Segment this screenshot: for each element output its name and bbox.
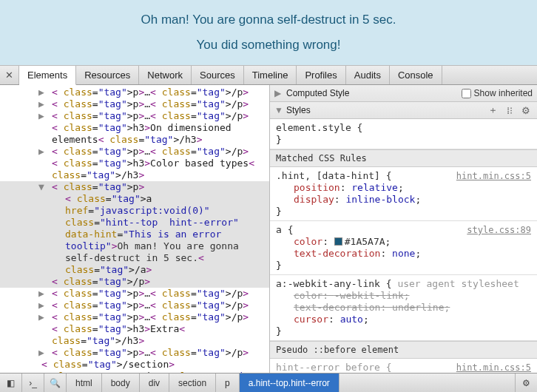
gear-icon[interactable]: ⚙ [519, 105, 533, 116]
tab-resources[interactable]: Resources [76, 66, 139, 84]
dom-node[interactable]: < class="tag">h3>Extra< class="tag">/h3> [0, 323, 269, 347]
close-devtools-icon[interactable]: ✕ [0, 66, 19, 84]
css-property[interactable]: cursor: auto; [276, 314, 531, 325]
rule-source-link[interactable]: hint.min.css:5 [456, 170, 531, 182]
dom-node[interactable]: ▶< class="tag">p>…< class="tag">/p> [0, 110, 269, 122]
color-swatch[interactable] [334, 237, 342, 246]
disclose-icon: ▶ [274, 88, 282, 98]
tab-profiles[interactable]: Profiles [297, 66, 345, 84]
css-property[interactable]: position: relative; [276, 182, 531, 194]
styles-section-header[interactable]: ▼ Styles ＋ ⁞⁝ ⚙ [270, 102, 537, 119]
dom-node[interactable]: < class="tag">/section> [0, 359, 269, 371]
disclose-icon: ▼ [274, 105, 282, 115]
rule-source-link[interactable]: hint.min.css:5 [456, 362, 531, 373]
crumb-div[interactable]: div [140, 374, 169, 392]
crumb-html[interactable]: html [67, 374, 102, 392]
computed-style-label: Computed Style [286, 88, 457, 98]
show-inherited-checkbox[interactable] [462, 89, 471, 98]
rule-pseudo-before[interactable]: hint.min.css:5 hint--error before { [270, 359, 537, 373]
rule-source-link[interactable]: style.css:89 [467, 224, 531, 236]
page-preview: Oh man! You are gonna self-destruct in 5… [0, 0, 537, 65]
footer-bar: ◧ ›_ 🔍 html body div section p a.hint--t… [0, 373, 537, 392]
computed-style-section[interactable]: ▶ Computed Style Show inherited [270, 85, 537, 102]
rule-selector[interactable]: element.style { [276, 122, 531, 134]
rule-source-ua: user agent stylesheet [397, 278, 519, 289]
tab-console[interactable]: Console [390, 66, 442, 84]
dom-node[interactable]: ▶< class="tag">p>…< class="tag">/p> [0, 300, 269, 311]
rule-selector[interactable]: a:-webkit-any-link { [276, 278, 392, 289]
css-property[interactable]: text-decoration: none; [276, 248, 531, 260]
matched-rules-header: Matched CSS Rules [270, 149, 537, 167]
dom-node[interactable]: ▶< class="tag">p>…< class="tag">/p> [0, 311, 269, 323]
rule-anchor[interactable]: style.css:89 a { color: #1A5A7A; text-de… [270, 221, 537, 275]
toggle-element-state-icon[interactable]: ⁞⁝ [504, 105, 515, 116]
dom-node[interactable]: < class="tag">/p> [0, 276, 269, 288]
css-property-overridden[interactable]: color: -webkit-link; [276, 290, 531, 302]
console-toggle-icon[interactable]: ›_ [22, 374, 44, 392]
css-property-overridden[interactable]: text-decoration: underline; [276, 302, 531, 314]
dock-icon[interactable]: ◧ [0, 374, 22, 392]
tab-sources[interactable]: Sources [192, 66, 244, 84]
panes: ▶< class="tag">p>…< class="tag">/p>▶< cl… [0, 85, 537, 373]
settings-gear-icon[interactable]: ⚙ [515, 374, 537, 392]
show-inherited-label: Show inherited [474, 88, 533, 98]
devtools-tab-bar: ✕ Elements Resources Network Sources Tim… [0, 65, 537, 85]
dom-node[interactable]: ▶< class="tag">p>…< class="tag">/p> [0, 288, 269, 300]
pseudo-before-header: Pseudo ::before element [270, 341, 537, 359]
dom-node[interactable]: < class="tag">h3>Color based types< clas… [0, 158, 269, 181]
crumb-p[interactable]: p [216, 374, 240, 392]
inspect-icon[interactable]: 🔍 [44, 374, 67, 392]
dom-node[interactable]: ▶< class="tag">section class="section se… [0, 371, 269, 373]
dom-node[interactable]: < class="tag">h3>On dimensioned elements… [0, 122, 269, 146]
dom-node[interactable]: ▶< class="tag">p>…< class="tag">/p> [0, 347, 269, 359]
dom-node[interactable]: ▶< class="tag">p>…< class="tag">/p> [0, 98, 269, 110]
tab-network[interactable]: Network [139, 66, 192, 84]
dom-node[interactable]: ▶< class="tag">p>…< class="tag">/p> [0, 146, 269, 158]
styles-body[interactable]: element.style { } Matched CSS Rules hint… [270, 119, 537, 373]
rule-ua-anchor[interactable]: a:-webkit-any-link { user agent styleshe… [270, 275, 537, 341]
dom-node[interactable]: ▶< class="tag">p>…< class="tag">/p> [0, 87, 269, 98]
crumb-anchor[interactable]: a.hint--top.hint--error [240, 374, 340, 392]
styles-pane: ▶ Computed Style Show inherited ▼ Styles… [270, 85, 537, 373]
css-property[interactable]: display: inline-block; [276, 194, 531, 206]
show-inherited-toggle[interactable]: Show inherited [462, 88, 533, 98]
tab-audits[interactable]: Audits [346, 66, 390, 84]
elements-dom-tree[interactable]: ▶< class="tag">p>…< class="tag">/p>▶< cl… [0, 85, 270, 373]
dom-node[interactable]: < class="tag">a href="javascript:void(0)… [0, 193, 269, 276]
element-style-rule[interactable]: element.style { } [270, 119, 537, 149]
css-property[interactable]: color: #1A5A7A; [276, 236, 531, 248]
styles-label: Styles [286, 105, 482, 115]
dom-node[interactable]: ▼< class="tag">p> [0, 181, 269, 193]
tab-timeline[interactable]: Timeline [244, 66, 297, 84]
tab-elements[interactable]: Elements [19, 66, 76, 85]
rule-hint[interactable]: hint.min.css:5 .hint, [data-hint] { posi… [270, 167, 537, 221]
preview-line-2: You did something wrong! [196, 38, 340, 53]
crumb-body[interactable]: body [102, 374, 140, 392]
crumb-section[interactable]: section [169, 374, 216, 392]
preview-line-1: Oh man! You are gonna self-destruct in 5… [141, 13, 396, 27]
new-style-rule-icon[interactable]: ＋ [486, 104, 500, 117]
